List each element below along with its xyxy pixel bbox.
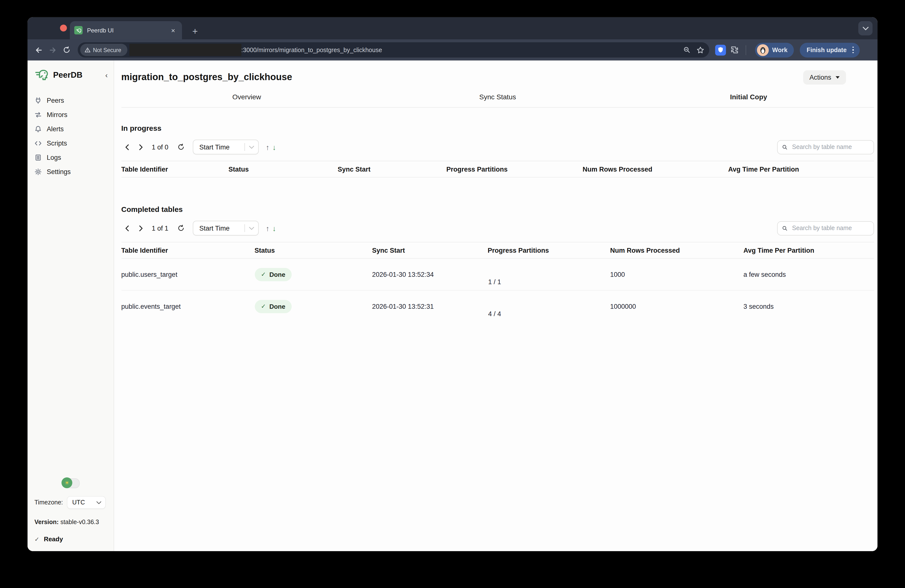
progress-fraction: 1 / 1	[488, 278, 610, 286]
col-status: Status	[254, 247, 372, 254]
sort-desc-button[interactable]: ↓	[273, 143, 276, 151]
version-row: Version: stable-v0.36.3	[35, 519, 108, 526]
sidebar-item-label: Alerts	[47, 125, 64, 133]
plug-icon	[35, 97, 42, 104]
sort-field-select[interactable]: Start Time	[193, 221, 259, 236]
sidebar-item-peers[interactable]: Peers	[35, 94, 114, 108]
theme-toggle[interactable]: ☀	[62, 479, 80, 488]
new-tab-button[interactable]: +	[188, 25, 202, 37]
page-header: migration_to_postgres_by_clickhouse Acti…	[121, 70, 874, 84]
tab-sync-status[interactable]: Sync Status	[372, 93, 623, 101]
security-chip[interactable]: Not Secure	[80, 44, 127, 56]
chevron-down-icon	[249, 145, 254, 149]
sidebar-item-scripts[interactable]: Scripts	[35, 136, 114, 151]
bookmark-star-icon[interactable]	[697, 46, 704, 54]
url-text: :3000/mirrors/migration_to_postgres_by_c…	[241, 46, 677, 53]
chevron-down-icon	[97, 501, 101, 504]
profile-label: Work	[772, 46, 788, 53]
forward-button[interactable]	[46, 43, 59, 56]
prev-page-button[interactable]	[121, 222, 133, 234]
sidebar-item-label: Logs	[47, 154, 61, 161]
col-sync-start: Sync Start	[372, 247, 487, 254]
back-button[interactable]	[32, 43, 45, 56]
cell-sync-start: 2026-01-30 13:52:31	[372, 303, 487, 310]
cell-status: ✓ Done	[254, 300, 372, 313]
col-num-rows: Num Rows Processed	[610, 247, 743, 254]
tab-overview[interactable]: Overview	[121, 93, 372, 101]
tab-search-button[interactable]	[858, 21, 873, 35]
page-count: 1 of 0	[152, 143, 168, 151]
ready-label: Ready	[44, 536, 63, 543]
bell-icon	[35, 125, 42, 133]
browser-menu-icon[interactable]	[852, 46, 855, 54]
refresh-button[interactable]	[175, 222, 187, 234]
col-table-identifier: Table Identifier	[121, 247, 254, 254]
sort-desc-button[interactable]: ↓	[273, 224, 276, 232]
tab-initial-copy[interactable]: Initial Copy	[623, 93, 874, 101]
in-progress-search[interactable]	[777, 140, 874, 154]
sidebar-item-label: Settings	[47, 168, 71, 176]
col-status: Status	[229, 165, 338, 173]
in-progress-pager: 1 of 0 Start Time ↑ ↓	[121, 139, 276, 154]
completed-heading: Completed tables	[121, 205, 874, 213]
actions-button[interactable]: Actions	[803, 70, 846, 84]
sort-field-select[interactable]: Start Time	[193, 139, 259, 154]
chevron-down-icon	[862, 26, 868, 30]
refresh-button[interactable]	[175, 141, 187, 153]
next-page-button[interactable]	[135, 141, 147, 153]
col-progress-partitions: Progress Partitions	[446, 165, 583, 173]
cell-avg-time: a few seconds	[743, 271, 874, 278]
check-icon: ✓	[261, 271, 266, 278]
cell-num-rows: 1000	[610, 271, 743, 278]
search-input[interactable]	[791, 143, 870, 151]
close-window-button[interactable]	[60, 25, 67, 32]
tab-close-icon[interactable]: ×	[169, 26, 177, 35]
main-content: migration_to_postgres_by_clickhouse Acti…	[114, 60, 878, 551]
cell-progress: 4 / 4	[487, 290, 610, 318]
security-label: Not Secure	[93, 47, 121, 53]
in-progress-empty-body	[121, 178, 874, 205]
col-avg-time: Avg Time Per Partition	[728, 165, 874, 173]
completed-search[interactable]	[777, 221, 874, 235]
timezone-select[interactable]: UTC	[67, 496, 106, 509]
reload-button[interactable]	[60, 43, 73, 56]
col-table-identifier: Table Identifier	[121, 165, 229, 173]
check-icon: ✓	[35, 536, 39, 542]
completed-controls: 1 of 1 Start Time ↑ ↓	[121, 221, 874, 236]
brand-row: PeerDB ‹	[35, 67, 114, 82]
cell-table-identifier: public.events_target	[121, 303, 254, 310]
profile-chip[interactable]: Work	[755, 43, 794, 57]
prev-page-button[interactable]	[121, 141, 133, 153]
zoom-level-icon[interactable]	[683, 46, 691, 54]
version-label: Version:	[35, 519, 59, 526]
sort-field-value: Start Time	[200, 143, 245, 151]
search-input[interactable]	[791, 224, 870, 232]
bitwarden-extension-button[interactable]	[714, 43, 727, 56]
browser-tab[interactable]: Peerdb UI ×	[70, 21, 182, 39]
chevron-down-icon	[249, 227, 254, 230]
finish-update-button[interactable]: Finish update	[800, 43, 860, 57]
timezone-value: UTC	[72, 499, 85, 506]
sort-asc-button[interactable]: ↑	[266, 143, 270, 151]
sidebar-item-logs[interactable]: Logs	[35, 151, 114, 165]
cell-table-identifier: public.users_target	[121, 271, 254, 278]
sidebar-item-alerts[interactable]: Alerts	[35, 122, 114, 136]
sidebar-collapse-button[interactable]: ‹	[105, 71, 108, 79]
sort-asc-button[interactable]: ↑	[266, 224, 270, 232]
status-badge: ✓ Done	[254, 300, 292, 313]
table-row: public.events_target ✓ Done 2026-01-30 1…	[121, 290, 874, 322]
search-icon	[782, 144, 788, 150]
cell-num-rows: 1000000	[610, 303, 743, 310]
col-progress-partitions: Progress Partitions	[487, 247, 610, 254]
browser-window: Peerdb UI × + Not Secure	[27, 17, 878, 551]
timezone-row: Timezone: UTC	[35, 496, 108, 509]
sidebar-item-settings[interactable]: Settings	[35, 165, 114, 179]
extensions-puzzle-icon[interactable]	[728, 43, 741, 56]
sort-direction: ↑ ↓	[266, 224, 276, 232]
address-bar[interactable]: Not Secure :3000/mirrors/migration_to_po…	[78, 42, 709, 57]
sidebar-item-label: Scripts	[47, 139, 67, 147]
finish-update-label: Finish update	[807, 46, 847, 53]
next-page-button[interactable]	[135, 222, 147, 234]
sidebar-item-mirrors[interactable]: Mirrors	[35, 108, 114, 122]
in-progress-controls: 1 of 0 Start Time ↑ ↓	[121, 139, 874, 154]
